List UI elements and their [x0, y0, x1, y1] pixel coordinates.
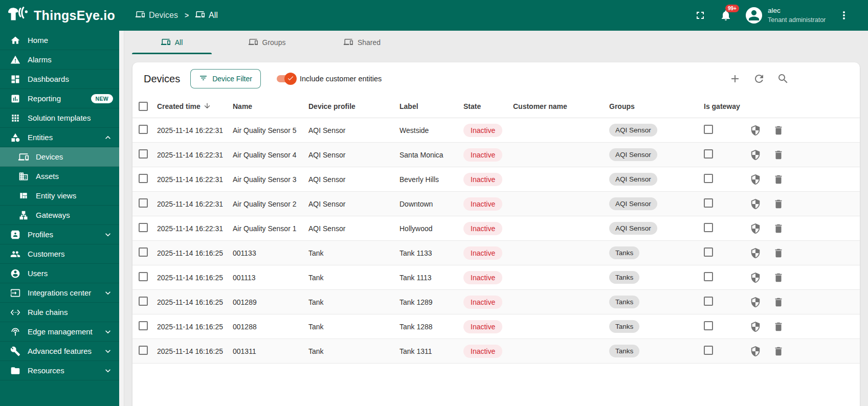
manage-credentials-shield-icon[interactable]: [750, 223, 761, 234]
sidebar-item-customers[interactable]: Customers: [0, 244, 119, 264]
column-is-gateway[interactable]: Is gateway: [704, 102, 749, 110]
notifications-button[interactable]: 99+: [719, 9, 732, 22]
sidebar-item-rule-chains[interactable]: Rule chains: [0, 303, 119, 322]
is-gateway-checkbox[interactable]: [704, 198, 713, 208]
group-chip[interactable]: Tanks: [609, 345, 639, 357]
manage-credentials-shield-icon[interactable]: [750, 125, 761, 136]
sidebar-item-entity-views[interactable]: Entity views: [0, 186, 119, 206]
group-chip[interactable]: Tanks: [609, 246, 639, 259]
refresh-icon[interactable]: [753, 73, 765, 85]
manage-credentials-shield-icon[interactable]: [750, 272, 761, 283]
sidebar-item-profiles[interactable]: Profiles: [0, 225, 119, 244]
delete-trash-icon[interactable]: [773, 223, 784, 234]
group-chip[interactable]: AQI Sensor: [609, 124, 657, 137]
breadcrumb-devices[interactable]: Devices: [136, 10, 178, 21]
row-checkbox[interactable]: [139, 198, 148, 208]
manage-credentials-shield-icon[interactable]: [750, 149, 761, 161]
app-logo[interactable]: ThingsEye.io: [0, 7, 119, 25]
include-customer-entities-toggle[interactable]: Include customer entities: [277, 75, 382, 83]
sidebar-item-alarms[interactable]: Alarms: [0, 50, 119, 70]
table-row[interactable]: 2025-11-14 16:16:25 001311 Tank Tank 131…: [132, 339, 860, 364]
row-checkbox[interactable]: [139, 174, 148, 183]
delete-trash-icon[interactable]: [773, 125, 784, 136]
group-chip[interactable]: AQI Sensor: [609, 148, 657, 161]
sidebar-item-gateways[interactable]: Gateways: [0, 206, 119, 225]
table-row[interactable]: 2025-11-14 16:16:25 001289 Tank Tank 128…: [132, 290, 860, 314]
table-row[interactable]: 2025-11-14 16:16:25 001288 Tank Tank 128…: [132, 314, 860, 339]
sidebar-scrollbar[interactable]: [119, 31, 124, 406]
delete-trash-icon[interactable]: [773, 149, 784, 161]
is-gateway-checkbox[interactable]: [704, 174, 713, 183]
toggle-switch[interactable]: [277, 75, 295, 82]
row-checkbox[interactable]: [139, 272, 148, 281]
group-chip[interactable]: Tanks: [609, 296, 639, 308]
device-filter-button[interactable]: Device Filter: [190, 69, 261, 88]
table-row[interactable]: 2025-11-14 16:16:25 001113 Tank Tank 111…: [132, 265, 860, 290]
table-row[interactable]: 2025-11-14 16:16:25 001133 Tank Tank 113…: [132, 241, 860, 265]
sidebar-item-home[interactable]: Home: [0, 31, 119, 50]
fullscreen-icon[interactable]: [694, 9, 707, 22]
manage-credentials-shield-icon[interactable]: [750, 247, 761, 259]
is-gateway-checkbox[interactable]: [704, 297, 713, 306]
manage-credentials-shield-icon[interactable]: [750, 198, 761, 210]
delete-trash-icon[interactable]: [773, 321, 784, 332]
column-groups[interactable]: Groups: [609, 102, 704, 110]
group-chip[interactable]: AQI Sensor: [609, 197, 657, 210]
sidebar-item-dashboards[interactable]: Dashboards: [0, 70, 119, 89]
avatar[interactable]: [746, 7, 762, 24]
tab-all[interactable]: All: [124, 31, 219, 54]
delete-trash-icon[interactable]: [773, 198, 784, 210]
row-checkbox[interactable]: [139, 321, 148, 330]
group-chip[interactable]: Tanks: [609, 271, 639, 284]
user-info[interactable]: alec Tenant administrator: [768, 6, 833, 24]
sidebar-item-devices[interactable]: Devices: [0, 147, 119, 167]
sidebar-item-integrations-center[interactable]: Integrations center: [0, 283, 119, 303]
search-icon[interactable]: [777, 73, 789, 85]
is-gateway-checkbox[interactable]: [704, 247, 713, 257]
delete-trash-icon[interactable]: [773, 346, 784, 357]
is-gateway-checkbox[interactable]: [704, 149, 713, 159]
is-gateway-checkbox[interactable]: [704, 272, 713, 281]
delete-trash-icon[interactable]: [773, 174, 784, 185]
sidebar-item-edge-management[interactable]: Edge management: [0, 322, 119, 342]
tab-groups[interactable]: Groups: [219, 31, 315, 54]
column-label[interactable]: Label: [399, 102, 463, 110]
select-all-checkbox[interactable]: [139, 102, 148, 111]
sidebar-item-entities[interactable]: Entities: [0, 128, 119, 147]
more-vert-icon[interactable]: [837, 9, 851, 22]
group-chip[interactable]: AQI Sensor: [609, 173, 657, 186]
sidebar-item-solution-templates[interactable]: Solution templates: [0, 108, 119, 128]
table-row[interactable]: 2025-11-14 16:22:31 Air Quality Sensor 3…: [132, 167, 860, 192]
delete-trash-icon[interactable]: [773, 247, 784, 259]
table-row[interactable]: 2025-11-14 16:22:31 Air Quality Sensor 1…: [132, 216, 860, 241]
row-checkbox[interactable]: [139, 149, 148, 159]
row-checkbox[interactable]: [139, 223, 148, 232]
row-checkbox[interactable]: [139, 247, 148, 257]
column-customer-name[interactable]: Customer name: [513, 102, 609, 110]
add-device-button[interactable]: [729, 73, 741, 85]
row-checkbox[interactable]: [139, 125, 148, 134]
sidebar-item-reporting[interactable]: Reporting NEW: [0, 89, 119, 108]
table-row[interactable]: 2025-11-14 16:22:31 Air Quality Sensor 4…: [132, 143, 860, 167]
sidebar-item-advanced-features[interactable]: Advanced features: [0, 342, 119, 361]
is-gateway-checkbox[interactable]: [704, 223, 713, 232]
table-row[interactable]: 2025-11-14 16:22:31 Air Quality Sensor 5…: [132, 118, 860, 143]
delete-trash-icon[interactable]: [773, 297, 784, 308]
manage-credentials-shield-icon[interactable]: [750, 297, 761, 308]
sidebar-item-users[interactable]: Users: [0, 264, 119, 283]
sidebar-item-resources[interactable]: Resources: [0, 361, 119, 380]
manage-credentials-shield-icon[interactable]: [750, 346, 761, 357]
delete-trash-icon[interactable]: [773, 272, 784, 283]
tab-shared[interactable]: Shared: [315, 31, 410, 54]
column-name[interactable]: Name: [233, 102, 308, 110]
group-chip[interactable]: AQI Sensor: [609, 222, 657, 235]
breadcrumb-all[interactable]: All: [195, 10, 218, 21]
manage-credentials-shield-icon[interactable]: [750, 321, 761, 332]
sidebar-item-assets[interactable]: Assets: [0, 167, 119, 186]
row-checkbox[interactable]: [139, 297, 148, 306]
column-device-profile[interactable]: Device profile: [308, 102, 399, 110]
column-created-time[interactable]: Created time: [157, 102, 233, 111]
is-gateway-checkbox[interactable]: [704, 321, 713, 330]
group-chip[interactable]: Tanks: [609, 320, 639, 333]
is-gateway-checkbox[interactable]: [704, 125, 713, 134]
